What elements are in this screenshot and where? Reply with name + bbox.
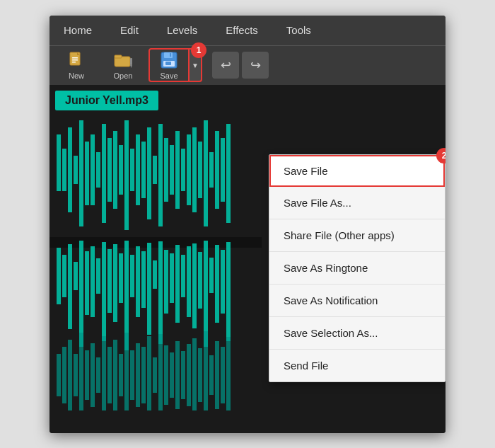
menu-tools[interactable]: Tools (279, 20, 318, 40)
svg-rect-51 (79, 241, 83, 347)
dropdown-save-file-as[interactable]: Save File As... (269, 187, 445, 219)
save-button[interactable]: Save (148, 48, 190, 82)
svg-rect-19 (79, 120, 83, 226)
svg-rect-52 (85, 251, 89, 315)
svg-rect-2 (72, 57, 78, 59)
svg-rect-102 (192, 338, 197, 410)
svg-rect-23 (102, 124, 106, 223)
svg-rect-101 (187, 344, 191, 406)
svg-rect-65 (158, 241, 163, 344)
svg-rect-90 (124, 333, 129, 410)
svg-rect-47 (57, 248, 61, 304)
svg-marker-8 (130, 65, 132, 68)
svg-rect-72 (198, 252, 202, 309)
svg-rect-94 (147, 336, 151, 410)
save-button-wrapper: Save ▼ 1 (148, 48, 202, 82)
svg-rect-66 (164, 250, 168, 314)
save-label: Save (160, 71, 177, 80)
svg-rect-33 (158, 124, 163, 226)
svg-rect-27 (124, 120, 129, 230)
undo-redo-group: ↩ ↪ (212, 52, 269, 79)
svg-rect-98 (170, 352, 174, 398)
app-container: Home Edit Levels Effects Tools New (50, 16, 446, 433)
svg-rect-37 (181, 149, 185, 191)
svg-rect-76 (221, 250, 225, 314)
svg-rect-100 (181, 351, 185, 399)
svg-rect-85 (96, 357, 100, 393)
svg-rect-12 (165, 62, 171, 65)
svg-rect-56 (107, 249, 112, 313)
dropdown-save-as-ringtone[interactable]: Save As Ringtone (269, 252, 445, 285)
svg-rect-60 (130, 255, 134, 297)
svg-rect-3 (72, 59, 78, 61)
svg-rect-73 (204, 241, 208, 347)
svg-rect-10 (164, 52, 173, 58)
menu-effects[interactable]: Effects (219, 20, 265, 40)
svg-rect-108 (226, 337, 231, 410)
svg-rect-79 (62, 347, 66, 403)
dropdown-menu: Save File 2 Save File As... Share File (… (269, 154, 446, 382)
svg-rect-38 (187, 134, 191, 205)
svg-rect-28 (130, 149, 134, 191)
toolbar: New Open (50, 45, 446, 85)
svg-rect-83 (85, 350, 89, 400)
svg-rect-78 (57, 354, 61, 396)
svg-rect-64 (153, 260, 157, 289)
svg-rect-7 (130, 58, 132, 65)
svg-rect-75 (215, 245, 219, 323)
open-icon (113, 50, 133, 70)
svg-rect-49 (68, 244, 72, 329)
svg-rect-41 (204, 120, 208, 226)
save-file-highlight-wrapper: Save File 2 (269, 155, 445, 187)
svg-rect-93 (141, 347, 146, 403)
svg-rect-15 (57, 134, 61, 191)
new-icon (66, 50, 86, 70)
svg-rect-35 (170, 145, 174, 195)
badge-1: 1 (191, 42, 206, 58)
svg-rect-57 (113, 244, 117, 322)
svg-rect-95 (153, 357, 157, 393)
menu-levels[interactable]: Levels (160, 20, 204, 40)
new-button[interactable]: New (55, 48, 98, 82)
svg-rect-107 (221, 347, 225, 403)
svg-rect-67 (170, 253, 174, 303)
svg-rect-92 (136, 343, 140, 407)
dropdown-save-as-notification[interactable]: Save As Notification (269, 285, 445, 317)
menu-edit[interactable]: Edit (113, 20, 146, 40)
open-button[interactable]: Open (102, 48, 144, 82)
svg-rect-71 (192, 243, 197, 328)
undo-button[interactable]: ↩ (212, 52, 239, 79)
svg-rect-77 (226, 242, 231, 341)
svg-rect-103 (198, 348, 202, 402)
svg-rect-96 (158, 334, 163, 410)
svg-rect-89 (119, 354, 123, 396)
svg-rect-74 (209, 258, 214, 293)
file-label: Junior Yell.mp3 (55, 91, 158, 110)
svg-rect-70 (187, 246, 191, 317)
menu-home[interactable]: Home (57, 20, 99, 40)
svg-rect-34 (164, 138, 168, 202)
dropdown-send-file[interactable]: Send File (269, 350, 445, 381)
svg-rect-4 (72, 62, 76, 63)
svg-rect-55 (102, 242, 106, 341)
svg-rect-68 (175, 245, 180, 323)
waveform-area: Junior Yell.mp3 (50, 85, 446, 433)
svg-rect-91 (130, 350, 134, 400)
svg-rect-86 (102, 336, 106, 410)
svg-rect-105 (209, 355, 214, 395)
svg-rect-16 (62, 149, 66, 191)
badge-2: 2 (436, 148, 446, 163)
svg-rect-99 (175, 341, 180, 409)
svg-rect-104 (204, 331, 208, 410)
svg-rect-17 (68, 127, 72, 212)
svg-rect-45 (226, 124, 231, 223)
dropdown-share-file[interactable]: Share File (Other apps) (269, 219, 445, 252)
dropdown-save-file[interactable]: Save File (269, 155, 445, 187)
dropdown-save-selection-as[interactable]: Save Selection As... (269, 317, 445, 350)
svg-rect-61 (136, 246, 140, 317)
redo-button[interactable]: ↪ (242, 52, 269, 79)
svg-rect-25 (113, 131, 117, 209)
svg-rect-87 (107, 347, 112, 403)
svg-rect-29 (136, 134, 140, 205)
svg-rect-69 (181, 255, 185, 297)
